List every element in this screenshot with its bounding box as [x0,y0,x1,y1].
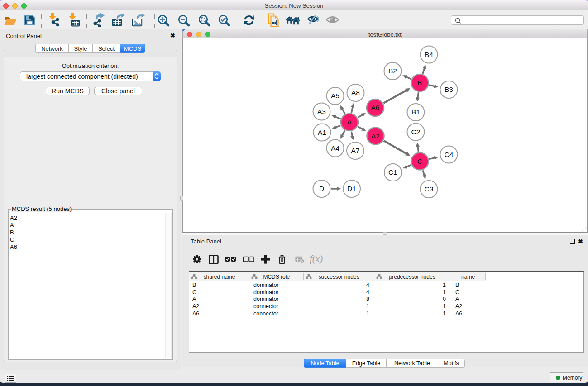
svg-text:A4: A4 [331,144,339,152]
svg-text:C3: C3 [425,185,434,193]
svg-text:C4: C4 [445,151,454,158]
svg-text:B4: B4 [425,51,433,58]
svg-text:A7: A7 [351,147,360,154]
svg-text:D: D [319,185,324,192]
svg-text:C: C [417,157,422,165]
svg-text:B1: B1 [411,108,420,116]
svg-text:A1: A1 [318,129,326,136]
svg-text:A3: A3 [317,108,326,115]
svg-text:C1: C1 [388,168,397,176]
svg-text:B3: B3 [445,86,453,93]
svg-text:A6: A6 [371,104,380,111]
svg-text:A2: A2 [371,132,380,140]
svg-text:B2: B2 [388,67,397,75]
svg-text:D1: D1 [347,185,356,192]
svg-text:A8: A8 [351,89,360,96]
svg-text:C2: C2 [411,128,421,136]
svg-text:A: A [347,118,352,126]
svg-text:A5: A5 [331,92,339,100]
svg-text:B: B [417,79,422,86]
